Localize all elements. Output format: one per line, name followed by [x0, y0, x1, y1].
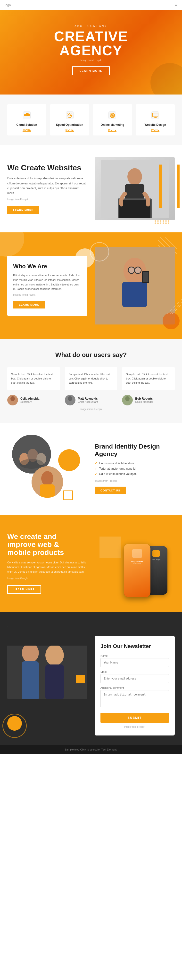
brand-identity-section: Brand Identity Design Agency Lectus urna… — [0, 423, 182, 515]
email-field: Email — [101, 670, 169, 683]
person-role-1: Chief Accountant — [78, 400, 98, 403]
nl-deco-outline-circle — [2, 714, 27, 738]
email-input[interactable] — [101, 674, 169, 683]
testimonial-card-2: Sample text. Click to select the text bo… — [122, 368, 175, 390]
brand-text: Brand Identity Design Agency Lectus urna… — [95, 443, 175, 494]
who-body: Elit ut aliquam purus sit amet luctus ve… — [13, 273, 81, 291]
services-section: Cloud Solution MORE Speed Optimization M… — [0, 94, 182, 145]
testimonial-text-1: Sample text. Click to select the text bo… — [69, 372, 113, 385]
service-design-more[interactable]: MORE — [151, 129, 160, 132]
service-card-design: Website Design MORE — [136, 104, 175, 135]
nl-credit: Image from Freepik — [101, 725, 169, 728]
person-name-1: Matt Reynolds — [78, 397, 98, 400]
person-info-2: Bob Roberts Sales Manager — [135, 397, 153, 403]
newsletter-form-area: Join Our Newsletter Name Email Additiona… — [95, 626, 175, 745]
mobile-products-section: We create and improve web & mobile produ… — [0, 515, 182, 612]
design-icon — [150, 110, 161, 121]
person-1: Matt Reynolds Chief Accountant — [65, 395, 117, 406]
svg-rect-42 — [40, 484, 54, 498]
service-cloud-title: Cloud Solution — [16, 123, 37, 127]
who-we-are-section: Who We Are Elit ut aliquam purus sit ame… — [0, 232, 182, 339]
brand-list-item-0: Lectus urna duis bibendum. — [95, 461, 175, 465]
brand-list-item-2: Odio ut enim blandit volutpat. — [95, 472, 175, 476]
avatar-0 — [7, 395, 18, 406]
person-info-1: Matt Reynolds Chief Accountant — [78, 397, 98, 403]
svg-rect-32 — [67, 401, 73, 406]
brand-circles — [7, 435, 87, 503]
mobile-body: Convallis a cras semper auctor neque vit… — [7, 560, 87, 574]
hero-subtitle: Abot Company — [75, 24, 107, 27]
service-cloud-more[interactable]: MORE — [22, 129, 31, 132]
person-2: Bob Roberts Sales Manager — [122, 395, 175, 406]
submit-button[interactable]: SUBMIT — [101, 713, 169, 723]
mobile-cta-button[interactable]: LEARN MORE — [7, 585, 41, 594]
brand-list-item-1: Tortor at auctor urna nunc id. — [95, 467, 175, 470]
nl-small-circle — [76, 675, 85, 683]
hero-title: CREATIVE AGENCY — [54, 29, 128, 57]
svg-line-28 — [172, 304, 182, 314]
menu-icon[interactable]: ≡ — [174, 2, 177, 8]
orange-accent-bar — [177, 165, 180, 208]
we-create-title: We Create Websites — [7, 164, 87, 172]
person-0: Celia Almeida Secretary — [7, 395, 60, 406]
brand-credit: Images from Freepik — [95, 480, 175, 482]
mobile-phones: Easy to Make a Beautiful App Design — [95, 529, 175, 597]
footer-text: Sample text. Click to select for Text El… — [65, 748, 117, 751]
service-card-marketing: Online Marketing MORE — [93, 104, 132, 135]
newsletter-section: Join Our Newsletter Name Email Additiona… — [0, 612, 182, 745]
who-image — [95, 247, 175, 325]
avatar-1 — [65, 395, 75, 406]
svg-rect-23 — [122, 282, 147, 307]
testimonials-heading: What do our users say? — [7, 351, 175, 359]
person-role-2: Sales Manager — [135, 400, 153, 403]
hero-cta-button[interactable]: LEARN MORE — [72, 67, 110, 75]
svg-point-44 — [22, 643, 39, 663]
svg-point-8 — [128, 168, 142, 185]
who-cta-button[interactable]: LEARN MORE — [13, 301, 45, 309]
svg-rect-25 — [143, 272, 148, 282]
logo: logo — [5, 3, 11, 7]
email-label: Email — [101, 670, 169, 673]
service-card-speed: Speed Optimization MORE — [50, 104, 89, 135]
testimonials-grid: Sample text. Click to select the text bo… — [7, 368, 175, 390]
svg-rect-47 — [45, 665, 64, 699]
name-field: Name — [101, 654, 169, 667]
testimonial-card-1: Sample text. Click to select the text bo… — [65, 368, 117, 390]
who-credit: Images from Freepik — [13, 293, 81, 297]
svg-rect-45 — [22, 661, 39, 699]
svg-rect-34 — [124, 401, 131, 406]
svg-rect-11 — [119, 200, 150, 218]
we-create-body: Duis aute irure dolor in reprehenderit i… — [7, 176, 87, 196]
name-input[interactable] — [101, 658, 169, 667]
testimonial-card-0: Sample text. Click to select the text bo… — [7, 368, 60, 390]
we-create-image — [95, 157, 175, 220]
brand-title: Brand Identity Design Agency — [95, 443, 175, 458]
we-create-cta[interactable]: LEARN MORE — [7, 206, 39, 214]
we-create-text: We Create Websites Duis aute irure dolor… — [7, 164, 87, 214]
svg-point-46 — [45, 644, 64, 666]
service-card-cloud: Cloud Solution MORE — [7, 104, 46, 135]
service-marketing-title: Online Marketing — [101, 123, 124, 127]
newsletter-people — [7, 626, 87, 713]
brand-circle-2 — [32, 466, 63, 498]
cloud-icon — [21, 110, 32, 121]
svg-point-20 — [128, 267, 135, 274]
service-speed-more[interactable]: MORE — [65, 129, 74, 132]
mobile-text: We create and improve web & mobile produ… — [7, 532, 87, 594]
brand-orange-circle — [58, 449, 80, 471]
mobile-title: We create and improve web & mobile produ… — [7, 532, 87, 557]
svg-line-27 — [170, 302, 182, 314]
svg-point-39 — [19, 459, 44, 469]
testi-credit: Images from Freepik — [7, 408, 175, 410]
mobile-credit: Image from Google — [7, 576, 87, 581]
footer: Sample text. Click to select for Text El… — [0, 745, 182, 754]
brand-cta-button[interactable]: CONTACT US — [95, 487, 126, 494]
newsletter-title: Join Our Newsletter — [101, 643, 169, 649]
avatar-2 — [122, 395, 133, 406]
newsletter-form-box: Join Our Newsletter Name Email Additiona… — [95, 636, 175, 735]
message-input[interactable] — [101, 690, 169, 707]
who-title: Who We Are — [13, 263, 81, 270]
service-marketing-more[interactable]: MORE — [108, 129, 117, 132]
testimonial-text-0: Sample text. Click to select the text bo… — [11, 372, 56, 385]
hero-section: Abot Company CREATIVE AGENCY Image from … — [0, 10, 182, 94]
